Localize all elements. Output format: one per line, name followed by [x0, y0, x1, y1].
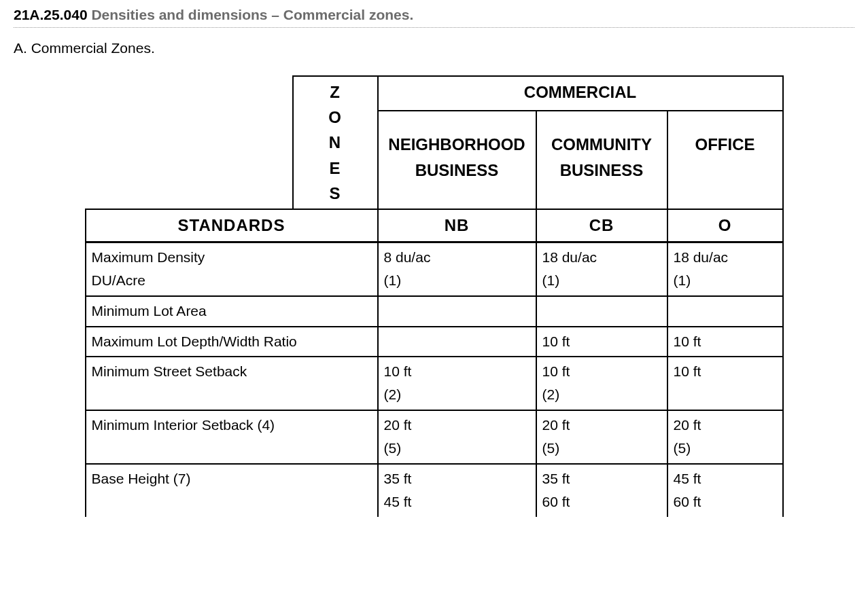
spacer: [86, 111, 293, 209]
heading-code: 21A.25.040: [14, 7, 88, 22]
standards-header: STANDARDS: [86, 209, 378, 242]
cell-o: 18 du/ac(1): [667, 242, 783, 296]
row-label: Minimum Lot Area: [86, 296, 378, 327]
cell-o: 10 ft: [667, 357, 783, 410]
cell-nb: 20 ft(5): [378, 410, 536, 464]
cell-nb: [378, 327, 536, 357]
row-label: Base Height (7): [86, 464, 378, 517]
table-row: Minimum Lot Area: [86, 296, 783, 327]
table-row: Maximum DensityDU/Acre 8 du/ac(1) 18 du/…: [86, 242, 783, 296]
cell-cb: 35 ft60 ft: [536, 464, 667, 517]
cell-nb: 10 ft(2): [378, 357, 536, 410]
cell-cb: 10 ft(2): [536, 357, 667, 410]
table-row: Minimum Interior Setback (4) 20 ft(5) 20…: [86, 410, 783, 464]
row-label: Minimum Interior Setback (4): [86, 410, 378, 464]
cell-nb: 8 du/ac(1): [378, 242, 536, 296]
cell-o: 10 ft: [667, 327, 783, 357]
col-cb-short: CB: [536, 209, 667, 242]
heading-title: Densities and dimensions – Commercial zo…: [91, 7, 413, 22]
row-label: Maximum DensityDU/Acre: [86, 242, 378, 296]
spacer: [86, 76, 293, 111]
cell-nb: [378, 296, 536, 327]
cell-o: 20 ft(5): [667, 410, 783, 464]
table-row: Base Height (7) 35 ft45 ft 35 ft60 ft 45…: [86, 464, 783, 517]
cell-nb: 35 ft45 ft: [378, 464, 536, 517]
row-label: Minimum Street Setback: [86, 357, 378, 410]
col-cb-long: COMMUNITY BUSINESS: [536, 111, 667, 209]
cell-cb: 10 ft: [536, 327, 667, 357]
subsection-a: A. Commercial Zones.: [14, 40, 854, 56]
cell-o: [667, 296, 783, 327]
section-heading: 21A.25.040 Densities and dimensions – Co…: [14, 7, 854, 28]
table-body: Maximum DensityDU/Acre 8 du/ac(1) 18 du/…: [86, 242, 783, 517]
commercial-header: COMMERCIAL: [378, 76, 783, 111]
table-row: Minimum Street Setback 10 ft(2) 10 ft(2)…: [86, 357, 783, 410]
table-row: Maximum Lot Depth/Width Ratio 10 ft 10 f…: [86, 327, 783, 357]
cell-cb: [536, 296, 667, 327]
col-o-short: O: [667, 209, 783, 242]
cell-cb: 18 du/ac(1): [536, 242, 667, 296]
cell-o: 45 ft60 ft: [667, 464, 783, 517]
cell-cb: 20 ft(5): [536, 410, 667, 464]
zones-vertical-header: Z O N E S: [293, 76, 378, 209]
col-o-long: OFFICE: [667, 111, 783, 209]
col-nb-short: NB: [378, 209, 536, 242]
col-nb-long: NEIGHBORHOOD BUSINESS: [378, 111, 536, 209]
commercial-zones-table: Z O N E S COMMERCIAL NEIGHBORHOOD BUSINE…: [85, 75, 784, 517]
row-label: Maximum Lot Depth/Width Ratio: [86, 327, 378, 357]
